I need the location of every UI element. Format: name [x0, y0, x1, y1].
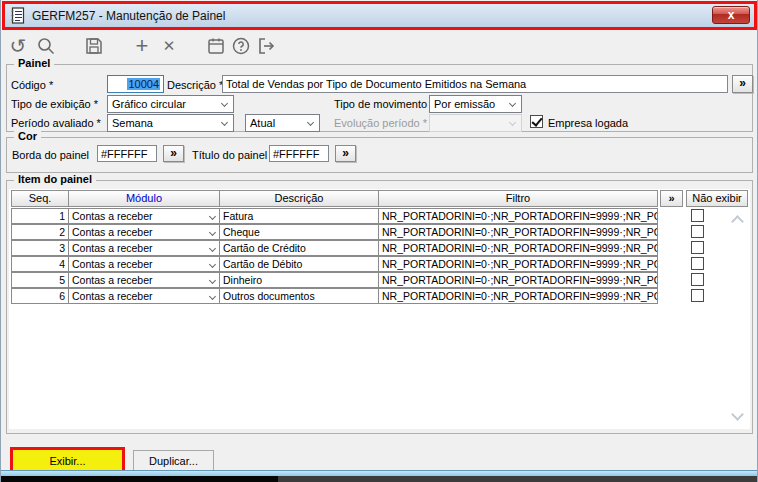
cor-group: Cor Borda do painel #FFFFFF » Título do … — [6, 137, 753, 173]
item-painel-legend: Item do painel — [14, 173, 96, 185]
nao-exibir-checkbox[interactable] — [691, 225, 704, 238]
add-icon[interactable]: + — [131, 35, 153, 57]
evolucao-periodo-label: Evolução período * — [334, 117, 427, 129]
cell-modulo-combo[interactable]: Contas a receber — [68, 224, 220, 240]
chevron-down-icon — [209, 213, 216, 220]
save-icon[interactable] — [83, 35, 105, 57]
close-button[interactable]: x — [712, 6, 750, 24]
cell-descricao[interactable]: Cheque — [219, 224, 379, 240]
cell-seq: 4 — [11, 256, 69, 272]
item-painel-group: Item do painel Seq. Módulo Descrição Fil… — [6, 180, 753, 434]
chevron-down-icon — [209, 261, 216, 268]
table-row: 4 Contas a receber Cartão de Débito NR_P… — [9, 256, 750, 272]
cell-modulo-combo[interactable]: Contas a receber — [68, 288, 220, 304]
chevron-down-icon — [509, 100, 516, 107]
cell-modulo-combo[interactable]: Contas a receber — [68, 256, 220, 272]
cell-seq: 6 — [11, 288, 69, 304]
table-row: 3 Contas a receber Cartão de Crédito NR_… — [9, 240, 750, 256]
periodo-avaliado-label: Período avaliado * — [11, 117, 101, 129]
search-icon[interactable] — [35, 35, 57, 57]
cell-descricao[interactable]: Cartão de Crédito — [219, 240, 379, 256]
tipo-exibicao-label: Tipo de exibição * — [11, 98, 98, 110]
chevron-down-icon — [221, 100, 228, 107]
cell-modulo-combo[interactable]: Contas a receber — [68, 240, 220, 256]
periodo-avaliado-combo[interactable]: Semana — [107, 114, 234, 132]
col-header-modulo[interactable]: Módulo — [68, 190, 220, 207]
empresa-logada-checkbox[interactable] — [530, 115, 543, 128]
document-icon — [10, 7, 25, 24]
painel-legend: Painel — [14, 57, 54, 69]
descricao-input[interactable]: Total de Vendas por Tipo de Documento Em… — [222, 75, 728, 93]
titulo-painel-label: Título do painel — [192, 149, 267, 161]
col-header-filtro[interactable]: Filtro — [378, 190, 658, 207]
periodo-atual-combo[interactable]: Atual — [245, 114, 320, 132]
table-row: 2 Contas a receber Cheque NR_PORTADORINI… — [9, 224, 750, 240]
table-row: 1 Contas a receber Fatura NR_PORTADORINI… — [9, 208, 750, 224]
chevron-down-icon — [209, 293, 216, 300]
help-icon[interactable] — [230, 35, 252, 57]
borda-painel-input[interactable]: #FFFFFF — [97, 145, 157, 162]
cell-descricao[interactable]: Outros documentos — [219, 288, 379, 304]
codigo-input[interactable]: 10004 — [107, 75, 164, 93]
cell-descricao[interactable]: Fatura — [219, 208, 379, 224]
toolbar: ↺ + ✕ — [1, 31, 757, 61]
filtro-more-button[interactable]: » — [660, 190, 683, 207]
cell-descricao[interactable]: Cartão de Débito — [219, 256, 379, 272]
cell-seq: 5 — [11, 272, 69, 288]
nao-exibir-checkbox[interactable] — [691, 257, 704, 270]
duplicar-button[interactable]: Duplicar... — [133, 450, 214, 471]
cell-modulo-combo[interactable]: Contas a receber — [68, 272, 220, 288]
nao-exibir-checkbox[interactable] — [691, 273, 704, 286]
cell-filtro[interactable]: NR_PORTADORINI=0·;NR_PORTADORFIN=9999·;N… — [378, 272, 658, 288]
borda-painel-label: Borda do painel — [12, 149, 89, 161]
col-header-seq[interactable]: Seq. — [11, 190, 69, 207]
codigo-label: Código * — [11, 79, 53, 91]
table-row: 6 Contas a receber Outros documentos NR_… — [9, 288, 750, 304]
delete-icon[interactable]: ✕ — [158, 35, 180, 57]
table-row: 5 Contas a receber Dinheiro NR_PORTADORI… — [9, 272, 750, 288]
titlebar-annotation: GERFM257 - Manutenção de Painel x — [2, 1, 757, 30]
evolucao-periodo-combo — [429, 114, 522, 132]
empresa-logada-label: Empresa logada — [548, 117, 628, 129]
desktop-edge — [1, 476, 757, 482]
cell-filtro[interactable]: NR_PORTADORINI=0·;NR_PORTADORFIN=9999·;N… — [378, 208, 658, 224]
titulo-painel-input[interactable]: #FFFFFF — [269, 145, 329, 162]
chevron-down-icon — [221, 119, 228, 126]
window-title: GERFM257 - Manutenção de Painel — [32, 9, 225, 23]
chevron-down-icon — [209, 277, 216, 284]
nao-exibir-checkbox[interactable] — [691, 289, 704, 302]
items-grid: Seq. Módulo Descrição Filtro » Não exibi… — [9, 189, 750, 429]
nao-exibir-checkbox[interactable] — [691, 241, 704, 254]
cell-seq: 1 — [11, 208, 69, 224]
cell-seq: 2 — [11, 224, 69, 240]
titulo-painel-picker-button[interactable]: » — [335, 145, 356, 162]
cor-legend: Cor — [14, 130, 41, 142]
col-header-nao-exibir[interactable]: Não exibir — [686, 190, 748, 207]
scroll-down-icon[interactable] — [731, 408, 744, 421]
cell-descricao[interactable]: Dinheiro — [219, 272, 379, 288]
col-header-descricao[interactable]: Descrição — [219, 190, 379, 207]
calendar-icon[interactable] — [205, 35, 227, 57]
painel-group: Painel Código * 10004 Descrição * Total … — [6, 64, 753, 132]
chevron-down-icon — [307, 119, 314, 126]
cell-modulo-combo[interactable]: Contas a receber — [68, 208, 220, 224]
app-window: GERFM257 - Manutenção de Painel x ↺ + ✕ — [0, 0, 758, 482]
tipo-exibicao-combo[interactable]: Gráfico circular — [107, 95, 234, 113]
cell-filtro[interactable]: NR_PORTADORINI=0·;NR_PORTADORFIN=9999·;N… — [378, 256, 658, 272]
descricao-label: Descrição * — [167, 79, 223, 91]
nao-exibir-checkbox[interactable] — [691, 209, 704, 222]
tipo-movimento-label: Tipo de movimento — [334, 98, 427, 110]
tipo-movimento-combo[interactable]: Por emissão — [429, 95, 522, 113]
cell-filtro[interactable]: NR_PORTADORINI=0·;NR_PORTADORFIN=9999·;N… — [378, 224, 658, 240]
cell-seq: 3 — [11, 240, 69, 256]
cell-filtro[interactable]: NR_PORTADORINI=0·;NR_PORTADORFIN=9999·;N… — [378, 240, 658, 256]
chevron-down-icon — [209, 229, 216, 236]
descricao-more-button[interactable]: » — [732, 75, 753, 93]
desktop-edge-dark — [1, 476, 278, 482]
titlebar[interactable]: GERFM257 - Manutenção de Painel x — [5, 4, 754, 27]
undo-icon[interactable]: ↺ — [7, 35, 29, 57]
chevron-down-icon — [509, 119, 516, 126]
cell-filtro[interactable]: NR_PORTADORINI=0·;NR_PORTADORFIN=9999·;N… — [378, 288, 658, 304]
exit-icon[interactable] — [255, 35, 277, 57]
borda-painel-picker-button[interactable]: » — [163, 145, 184, 162]
